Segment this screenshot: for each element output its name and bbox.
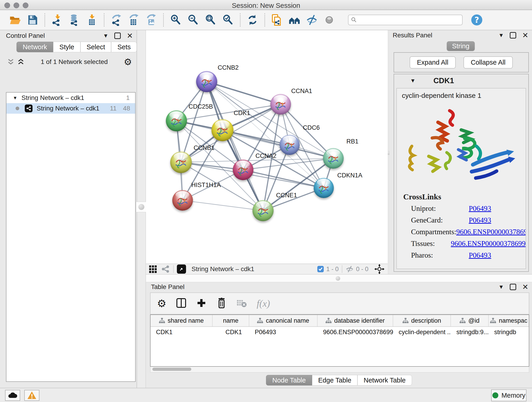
splitter-handle[interactable] <box>336 276 340 281</box>
panel-menu-icon[interactable]: ▼ <box>498 32 504 38</box>
cell-name[interactable]: CDK1 <box>213 329 249 336</box>
close-panel-icon[interactable]: ✕ <box>522 283 528 291</box>
table-options-gear-icon[interactable]: ⚙ <box>157 298 166 309</box>
expand-all-icon[interactable] <box>17 58 25 65</box>
import-network-from-database-button[interactable] <box>68 13 81 26</box>
show-columns-icon[interactable] <box>176 298 186 309</box>
node-CCNA2[interactable] <box>233 160 253 180</box>
node-CDKN1A[interactable] <box>314 178 334 198</box>
network-collection-row[interactable]: ▼ String Network – cdk1 1 <box>6 93 135 103</box>
zoom-selected-button[interactable] <box>222 13 234 26</box>
node-RB1[interactable] <box>323 148 344 169</box>
column-header-description[interactable]: description <box>393 315 451 326</box>
birds-eye-view-icon[interactable] <box>177 264 186 274</box>
zoom-in-button[interactable] <box>169 13 182 26</box>
gene-section-header[interactable]: ▼ CDK1 <box>394 74 528 87</box>
panel-menu-icon[interactable]: ▼ <box>103 33 108 38</box>
fit-selected-crosshair-icon[interactable] <box>374 264 385 274</box>
view-grid-icon[interactable] <box>149 265 157 273</box>
warnings-button[interactable] <box>24 390 39 401</box>
column-header-id[interactable]: @id <box>451 315 489 326</box>
column-header-canonical-name[interactable]: canonical name <box>249 315 317 326</box>
tab-network-table[interactable]: Network Table <box>357 375 412 385</box>
network-row-selected[interactable]: String Network – cdk1 11 48 <box>6 103 135 114</box>
import-table-button[interactable] <box>85 13 98 26</box>
float-panel-icon[interactable] <box>510 32 516 38</box>
close-panel-icon[interactable]: ✕ <box>522 32 528 39</box>
save-session-button[interactable] <box>26 13 39 26</box>
node-HIST1H1A[interactable] <box>172 190 193 211</box>
crosslink-value-link[interactable]: 9606.ENSP00000378699 <box>456 228 526 236</box>
show-panels-button[interactable] <box>323 13 336 26</box>
function-builder-icon[interactable]: f(x) <box>257 298 270 309</box>
column-header-namespace[interactable]: namespac <box>489 315 529 326</box>
export-image-button[interactable] <box>145 13 158 26</box>
node-CCNE1[interactable] <box>253 200 273 221</box>
network-options-gear-icon[interactable]: ⚙ <box>124 57 132 66</box>
edge-CCNB2-CCNE1[interactable] <box>207 82 263 211</box>
edge-CDK1-RB1[interactable] <box>222 130 333 158</box>
export-network-button[interactable] <box>110 13 123 26</box>
node-CCNA1[interactable] <box>270 94 291 115</box>
zoom-fit-button[interactable] <box>204 13 217 26</box>
tab-edge-table[interactable]: Edge Table <box>312 375 358 385</box>
table-horizontal-scrollbar[interactable] <box>150 367 529 373</box>
tab-string[interactable]: String <box>447 41 475 51</box>
cell-shared-name[interactable]: CDK1 <box>151 329 213 336</box>
delete-table-icon[interactable] <box>236 298 247 309</box>
node-CCNB2[interactable] <box>196 71 217 92</box>
memory-button[interactable]: Memory <box>491 389 526 401</box>
scrollbar-thumb[interactable] <box>152 368 191 371</box>
crosslink-value-link[interactable]: 9606.ENSP00000378699 <box>451 239 526 248</box>
tab-sets[interactable]: Sets <box>111 42 137 52</box>
checkbox-icon[interactable] <box>317 266 324 273</box>
close-panel-icon[interactable]: ✕ <box>127 32 133 39</box>
column-header-name[interactable]: name <box>213 315 249 326</box>
collapse-all-button[interactable]: Collapse All <box>463 56 513 69</box>
tab-network[interactable]: Network <box>17 42 53 52</box>
cell-id[interactable]: stringdb:9... <box>451 329 489 336</box>
panel-menu-icon[interactable]: ▼ <box>498 284 504 290</box>
cell-namespace[interactable]: stringdb <box>489 329 529 336</box>
node-CDC6[interactable] <box>279 135 300 155</box>
view-results-splitter[interactable] <box>388 30 389 274</box>
node-CCNB1[interactable] <box>170 152 192 173</box>
add-column-icon[interactable] <box>196 298 207 309</box>
collapse-all-icon[interactable] <box>7 58 15 65</box>
section-expander-icon[interactable]: ▼ <box>410 78 416 83</box>
cell-description[interactable]: cyclin-dependent ... <box>393 329 451 336</box>
delete-column-icon[interactable] <box>216 298 227 309</box>
tree-expander-icon[interactable]: ▼ <box>13 95 17 101</box>
view-share-icon[interactable] <box>161 264 170 274</box>
cell-database-identifier[interactable]: 9606.ENSP00000378699 <box>317 329 393 336</box>
float-panel-icon[interactable] <box>510 284 516 290</box>
refresh-button[interactable] <box>246 13 259 26</box>
share-document-button[interactable] <box>271 13 283 26</box>
view-table-splitter[interactable] <box>146 274 532 282</box>
edge-HIST1H1A-CCNE1[interactable] <box>183 200 263 211</box>
tab-select[interactable]: Select <box>80 42 111 52</box>
network-canvas[interactable]: CCNB2CCNA1CDC25BCDK1CDC6RB1CCNB1CCNA2CDK… <box>146 30 388 264</box>
search-input[interactable] <box>357 15 462 25</box>
node-CDC25B[interactable] <box>166 110 187 131</box>
import-network-button[interactable] <box>51 13 63 26</box>
column-header-database-identifier[interactable]: database identifier <box>317 315 393 326</box>
help-button[interactable]: ? <box>470 13 483 26</box>
zoom-out-button[interactable] <box>187 13 200 26</box>
tab-style[interactable]: Style <box>53 42 80 52</box>
export-table-button[interactable] <box>127 13 140 26</box>
float-panel-icon[interactable] <box>114 32 121 39</box>
column-header-shared-name[interactable]: shared name <box>151 315 213 326</box>
home-button[interactable] <box>288 13 301 26</box>
panel-splitter-vertical[interactable] <box>137 30 146 388</box>
crosslink-value-link[interactable]: P06493 <box>469 251 491 259</box>
node-CDK1[interactable] <box>211 119 234 141</box>
search-field[interactable] <box>348 15 462 25</box>
splitter-handle[interactable] <box>136 202 147 212</box>
cloud-status-button[interactable] <box>5 390 20 401</box>
expand-all-button[interactable]: Expand All <box>410 56 456 69</box>
tab-node-table[interactable]: Node Table <box>266 375 312 385</box>
open-session-button[interactable] <box>9 13 22 26</box>
crosslink-value-link[interactable]: P06493 <box>469 216 491 224</box>
hide-panels-button[interactable] <box>305 13 318 26</box>
